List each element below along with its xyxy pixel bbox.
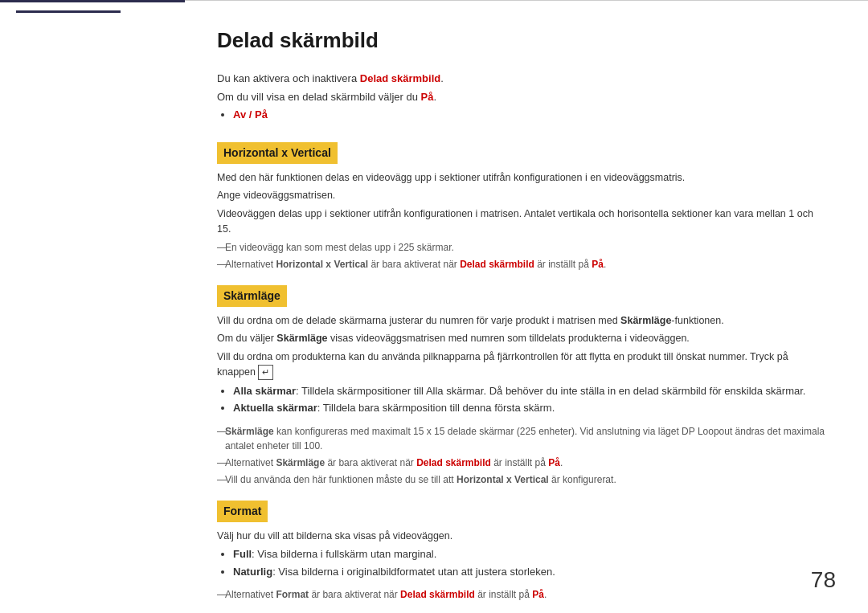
section2-note1-pre: Skärmläge bbox=[225, 426, 274, 437]
section3-note1-bold: Format bbox=[276, 589, 309, 600]
section3-note1-on: På bbox=[532, 589, 544, 600]
section2-bullet2-suf: : Tilldela bara skärmposition till denna… bbox=[317, 402, 555, 414]
section2-text2: Om du väljer Skärmläge visas videoväggsm… bbox=[217, 331, 828, 346]
intro-bullet1: Av / På bbox=[233, 107, 828, 123]
intro-link1: Delad skärmbild bbox=[360, 72, 440, 84]
section3-note1: Alternativet Format är bara aktiverat nä… bbox=[217, 587, 828, 602]
section2-note2-suf: är inställt på bbox=[491, 457, 548, 468]
section2-note1: Skärmläge kan konfigureras med maximalt … bbox=[217, 424, 828, 453]
section2-note2-end: . bbox=[560, 457, 563, 468]
intro-bullets: Av / På bbox=[233, 107, 828, 123]
section3-bullet2-bold: Naturlig bbox=[233, 566, 272, 578]
section2-text2-bold: Skärmläge bbox=[276, 333, 327, 344]
section1-note1: En videovägg kan som mest delas upp i 22… bbox=[217, 240, 828, 255]
section3-heading: Format bbox=[217, 501, 268, 522]
section2-text2-pre: Om du väljer bbox=[217, 333, 276, 344]
section2-note2-link: Delad skärmbild bbox=[416, 457, 491, 468]
section3-bullet1-suf: : Visa bilderna i fullskärm utan margina… bbox=[252, 548, 436, 560]
section1-text1: Med den här funktionen delas en videoväg… bbox=[217, 170, 828, 186]
section2-note3-pre: Vill du använda den här funktionen måste… bbox=[225, 474, 457, 485]
section2-text1: Vill du ordna om de delade skärmarna jus… bbox=[217, 313, 828, 329]
section3-note1-suf: är inställt på bbox=[475, 589, 532, 600]
section2-text2-suf: visas videoväggsmatrisen med numren som … bbox=[328, 333, 690, 344]
section3-bullet2-suf: : Visa bilderna i originalbildformatet u… bbox=[272, 566, 555, 578]
section3-note1-pre: Alternativet bbox=[225, 589, 276, 600]
section2-bullet1-suf: : Tilldela skärmpositioner till Alla skä… bbox=[296, 385, 805, 397]
intro-line1-pre: Du kan aktivera och inaktivera bbox=[217, 72, 360, 84]
section2-note3-suf: är konfigurerat. bbox=[549, 474, 616, 485]
section2-text1-suf: -funktionen. bbox=[671, 315, 723, 326]
section2-note3-bold: Horizontal x Vertical bbox=[457, 474, 549, 485]
section2-heading: Skärmläge bbox=[217, 285, 287, 307]
intro-line2-end: . bbox=[434, 91, 437, 103]
section2-text1-pre: Vill du ordna om de delade skärmarna jus… bbox=[217, 315, 620, 326]
section3-bullet2: Naturlig: Visa bilderna i originalbildfo… bbox=[233, 564, 828, 580]
intro-line1: Du kan aktivera och inaktivera Delad skä… bbox=[217, 71, 828, 87]
section2-bullet2-bold: Aktuella skärmar bbox=[233, 402, 317, 414]
section-format: Format Välj hur du vill att bilderna ska… bbox=[217, 489, 828, 603]
section-horizontal-vertical: Horizontal x Vertical Med den här funkti… bbox=[217, 131, 828, 272]
section1-note2-mid: är bara aktiverat när bbox=[368, 259, 460, 270]
page-title: Delad skärmbild bbox=[217, 25, 828, 56]
section2-note2-mid: är bara aktiverat när bbox=[325, 457, 416, 468]
section2-bullets: Alla skärmar: Tilldela skärmpositioner t… bbox=[233, 383, 828, 416]
section1-note2: Alternativet Horizontal x Vertical är ba… bbox=[217, 257, 828, 272]
section3-bullets: Full: Visa bilderna i fullskärm utan mar… bbox=[233, 546, 828, 579]
intro-line1-end: . bbox=[440, 72, 444, 84]
section1-note2-pre: Alternativet bbox=[225, 259, 276, 270]
section3-bullet1: Full: Visa bilderna i fullskärm utan mar… bbox=[233, 546, 828, 562]
intro-on1: På bbox=[421, 91, 434, 103]
section1-note2-on: På bbox=[592, 259, 604, 270]
sidebar bbox=[0, 0, 185, 613]
section3-bullet1-bold: Full bbox=[233, 548, 252, 560]
section2-bullet2: Aktuella skärmar: Tilldela bara skärmpos… bbox=[233, 400, 828, 416]
section2-bullet1-bold: Alla skärmar bbox=[233, 385, 296, 397]
section2-bullet1: Alla skärmar: Tilldela skärmpositioner t… bbox=[233, 383, 828, 399]
section2-note2-on: På bbox=[548, 457, 560, 468]
section1-heading: Horizontal x Vertical bbox=[217, 142, 338, 164]
section3-note1-link: Delad skärmbild bbox=[400, 589, 475, 600]
section1-note2-suf: är inställt på bbox=[534, 259, 592, 270]
section1-note2-bold: Horizontal x Vertical bbox=[276, 259, 368, 270]
page: Delad skärmbild Du kan aktivera och inak… bbox=[0, 0, 868, 613]
section-skarmlage: Skärmläge Vill du ordna om de delade skä… bbox=[217, 274, 828, 487]
section3-note1-end: . bbox=[544, 589, 547, 600]
section2-note1-suf: kan konfigureras med maximalt 15 x 15 de… bbox=[225, 426, 825, 452]
section1-text3: Videoväggen delas upp i sektioner utifrå… bbox=[217, 206, 828, 237]
section1-text2: Ange videoväggsmatrisen. bbox=[217, 188, 828, 203]
intro-bullet1-text: Av / På bbox=[233, 108, 268, 121]
section1-note2-link: Delad skärmbild bbox=[460, 259, 534, 270]
intro-line2-pre: Om du vill visa en delad skärmbild välje… bbox=[217, 91, 421, 103]
intro-line2: Om du vill visa en delad skärmbild välje… bbox=[217, 89, 828, 105]
main-content: Delad skärmbild Du kan aktivera och inak… bbox=[185, 0, 868, 613]
section2-text3: Vill du ordna om produkterna kan du anvä… bbox=[217, 349, 828, 380]
section3-text1: Välj hur du vill att bilderna ska visas … bbox=[217, 529, 828, 544]
enter-icon: ↵ bbox=[258, 365, 273, 380]
section2-text1-bold: Skärmläge bbox=[620, 315, 671, 326]
section1-note2-end: . bbox=[604, 259, 606, 270]
section2-note2-pre: Alternativet bbox=[225, 457, 276, 468]
section2-note3: Vill du använda den här funktionen måste… bbox=[217, 472, 828, 487]
sidebar-decoration bbox=[16, 10, 121, 13]
page-number: 78 bbox=[811, 563, 836, 597]
section3-note1-mid: är bara aktiverat när bbox=[309, 589, 400, 600]
section2-note2-bold: Skärmläge bbox=[276, 457, 325, 468]
section2-note2: Alternativet Skärmläge är bara aktiverat… bbox=[217, 456, 828, 470]
